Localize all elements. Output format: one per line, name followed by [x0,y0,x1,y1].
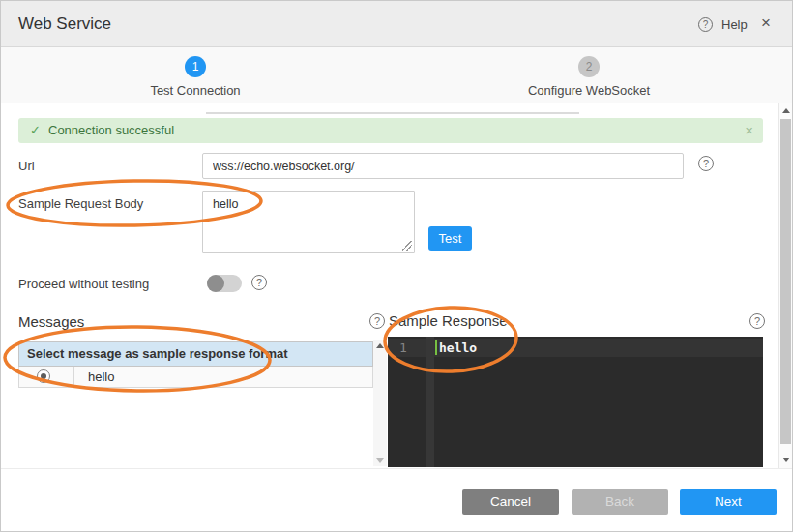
success-banner-text: Connection successful [48,118,174,143]
back-button[interactable]: Back [572,489,668,515]
message-row[interactable] [18,367,373,388]
sample-request-body-label: Sample Request Body [18,196,143,211]
messages-heading: Messages [18,313,84,330]
sample-response-editor[interactable]: 1 hello [388,337,763,467]
step-2-label: Configure WebSocket [512,83,666,98]
editor-gutter-divider [426,337,434,467]
url-help-icon[interactable]: ? [698,156,714,171]
main-scrollbar-thumb[interactable] [780,119,791,444]
help-circle-icon[interactable]: ? [698,17,713,32]
messages-table-header: Select message as sample response format [18,341,373,367]
editor-caret [435,340,437,355]
step-1-circle[interactable]: 1 [185,56,206,77]
url-input[interactable] [202,153,684,179]
textarea-resize-handle-icon[interactable] [402,241,412,251]
help-link[interactable]: Help [721,17,748,32]
messages-scrollbar[interactable] [373,340,387,466]
editor-line-number: 1 [399,340,407,355]
web-service-dialog: Web Service ? Help × 1 Test Connection 2… [0,0,793,532]
proceed-toggle-knob[interactable] [207,275,224,292]
sample-request-body-input[interactable]: hello [202,191,415,253]
step-2-circle[interactable]: 2 [578,56,600,77]
message-row-text: hello [88,367,114,388]
editor-code-line: hello [439,340,477,355]
sample-response-help-icon[interactable]: ? [749,313,765,329]
content-bottom-border [1,468,793,469]
success-banner: ✓ Connection successful × [18,118,763,143]
proceed-without-testing-label: Proceed without testing [18,277,149,291]
page-title: Web Service [18,15,111,34]
messages-scroll-up-icon[interactable] [376,343,384,348]
messages-help-icon[interactable]: ? [369,313,385,329]
main-scroll-down-icon[interactable] [782,458,790,462]
table-cell-divider [73,367,74,388]
radio-dot [41,373,46,379]
sample-response-heading: Sample Response [389,312,508,329]
main-scroll-up-icon[interactable] [782,108,790,113]
url-label: Url [18,159,35,173]
dialog-header: Web Service ? Help × [1,1,792,47]
messages-scroll-down-icon[interactable] [376,458,384,463]
step-1-label: Test Connection [118,83,273,98]
proceed-help-icon[interactable]: ? [251,275,267,290]
stepper-connector-line [206,112,579,114]
check-icon: ✓ [30,118,41,143]
banner-close-icon[interactable]: × [745,118,753,143]
cancel-button[interactable]: Cancel [462,489,559,515]
close-icon[interactable]: × [761,14,771,33]
test-button[interactable]: Test [428,226,472,251]
next-button[interactable]: Next [680,489,777,515]
message-radio-selected[interactable] [37,369,50,383]
